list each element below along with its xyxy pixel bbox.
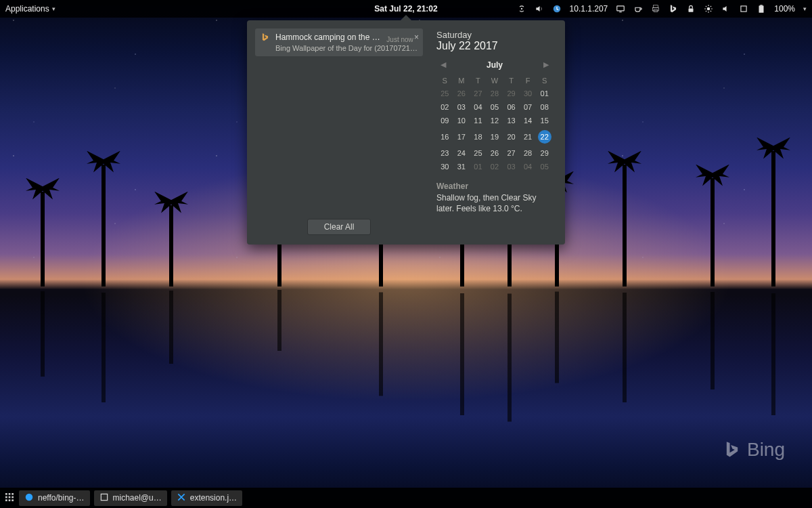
calendar-day[interactable]: 29	[536, 146, 553, 160]
calendar-day[interactable]: 27	[470, 87, 487, 100]
prev-month-button[interactable]: ◀	[438, 59, 449, 70]
wallpaper-tree	[623, 165, 627, 287]
bing-tray-icon[interactable]	[669, 4, 678, 14]
volume-icon[interactable]	[535, 4, 544, 14]
calendar-day[interactable]: 31	[453, 160, 470, 173]
calendar-grid: SMTWTFS 25262728293001020304050607080910…	[436, 75, 553, 173]
calendar-day[interactable]: 12	[487, 114, 503, 127]
app-icon	[99, 492, 109, 504]
calendar-day[interactable]: 18	[470, 127, 487, 146]
date-full: July 22 2017	[436, 40, 553, 52]
update-icon[interactable]	[552, 4, 562, 14]
coffee-icon[interactable]	[633, 4, 643, 14]
clear-all-button[interactable]: Clear All	[307, 219, 371, 235]
taskbar-item[interactable]: extension.j…	[171, 490, 242, 506]
svg-rect-2	[617, 6, 625, 11]
calendar-day[interactable]: 13	[503, 114, 520, 127]
calendar-day[interactable]: 06	[503, 100, 520, 114]
wallpaper-tree	[102, 165, 106, 287]
calendar-day[interactable]: 25	[470, 146, 487, 160]
calendar-day[interactable]: 29	[503, 87, 520, 100]
svg-rect-21	[101, 494, 107, 500]
taskbar-item[interactable]: michael@u…	[94, 490, 167, 506]
notification-title: Hammock camping on the Econloc…	[275, 33, 380, 42]
calendar-day[interactable]: 04	[520, 160, 537, 173]
bing-watermark-text: Bing	[747, 439, 785, 461]
applications-menu[interactable]: Applications	[5, 4, 49, 14]
calendar-day[interactable]: 22	[536, 127, 553, 146]
sync-icon[interactable]	[517, 4, 526, 14]
weather-text: Shallow fog, then Clear Sky later. Feels…	[436, 192, 553, 214]
bing-icon	[261, 33, 270, 44]
calendar-day[interactable]: 28	[487, 87, 503, 100]
calendar-day[interactable]: 28	[520, 146, 537, 160]
taskbar-item-label: michael@u…	[113, 493, 162, 503]
calendar-day[interactable]: 05	[487, 100, 503, 114]
calendar-day[interactable]: 01	[470, 160, 487, 173]
svg-rect-17	[5, 499, 7, 501]
next-month-button[interactable]: ▶	[541, 59, 551, 70]
calendar-day[interactable]: 05	[536, 160, 553, 173]
taskbar-item[interactable]: neffo/bing-…	[19, 490, 90, 506]
calendar-day[interactable]: 17	[453, 127, 470, 146]
clock[interactable]: Sat Jul 22, 21:02	[374, 4, 437, 14]
calendar-dow: S	[436, 75, 453, 87]
calendar-day[interactable]: 01	[536, 87, 553, 100]
close-icon[interactable]: ×	[414, 33, 419, 42]
printer-icon[interactable]	[651, 4, 660, 14]
calendar-day[interactable]: 23	[436, 146, 453, 160]
lock-icon[interactable]	[686, 4, 696, 14]
calendar-day[interactable]: 19	[487, 127, 503, 146]
calendar-dow: M	[453, 75, 470, 87]
svg-rect-9	[759, 5, 764, 12]
calendar-day[interactable]: 14	[520, 114, 537, 127]
calendar-day[interactable]: 15	[536, 114, 553, 127]
calendar-day[interactable]: 25	[436, 87, 453, 100]
weather-heading: Weather	[436, 182, 553, 191]
calendar-day[interactable]: 02	[436, 100, 453, 114]
show-apps-button[interactable]	[4, 492, 15, 505]
calendar-day[interactable]: 20	[503, 127, 520, 146]
window-icon[interactable]	[739, 4, 748, 14]
calendar-day[interactable]: 26	[487, 146, 503, 160]
calendar-day[interactable]: 04	[470, 100, 487, 114]
calendar-day[interactable]: 11	[470, 114, 487, 127]
calendar-day[interactable]: 03	[503, 160, 520, 173]
calendar-day[interactable]: 26	[453, 87, 470, 100]
bing-watermark: Bing	[723, 439, 785, 461]
calendar-day[interactable]: 07	[520, 100, 537, 114]
system-menu-caret-icon: ▾	[803, 5, 807, 12]
calendar-day[interactable]: 03	[453, 100, 470, 114]
calendar-day[interactable]: 16	[436, 127, 453, 146]
calendar-day[interactable]: 08	[536, 100, 553, 114]
calendar-popover: Hammock camping on the Econloc… Just now…	[247, 20, 565, 245]
wallpaper-tree	[771, 151, 775, 287]
calendar-day[interactable]: 21	[520, 127, 537, 146]
volume-icon-2[interactable]	[721, 4, 731, 14]
calendar-dow: W	[487, 75, 503, 87]
calendar-day[interactable]: 24	[453, 146, 470, 160]
notification[interactable]: Hammock camping on the Econloc… Just now…	[255, 28, 423, 56]
calendar-day[interactable]: 30	[436, 160, 453, 173]
wallpaper-tree	[41, 192, 45, 287]
date-dayofweek: Saturday	[436, 30, 553, 40]
battery-icon[interactable]	[757, 4, 766, 14]
taskbar-item-label: extension.j…	[190, 493, 237, 503]
svg-rect-11	[5, 493, 7, 495]
ip-address[interactable]: 10.1.1.207	[570, 4, 608, 14]
notifications-pane: Hammock camping on the Econloc… Just now…	[251, 24, 427, 240]
calendar-day[interactable]: 30	[520, 87, 537, 100]
taskbar-item-label: neffo/bing-…	[38, 493, 85, 503]
bing-icon	[723, 440, 742, 459]
display-icon[interactable]	[616, 4, 625, 14]
calendar-day[interactable]: 02	[487, 160, 503, 173]
svg-rect-8	[741, 6, 746, 12]
wallpaper-tree	[710, 178, 715, 287]
taskbar: neffo/bing-…michael@u…extension.j…	[0, 488, 812, 508]
calendar-day[interactable]: 10	[453, 114, 470, 127]
calendar-day[interactable]: 09	[436, 114, 453, 127]
svg-point-20	[26, 493, 33, 501]
brightness-icon[interactable]	[704, 4, 713, 14]
battery-percent[interactable]: 100%	[774, 4, 795, 14]
calendar-day[interactable]: 27	[503, 146, 520, 160]
